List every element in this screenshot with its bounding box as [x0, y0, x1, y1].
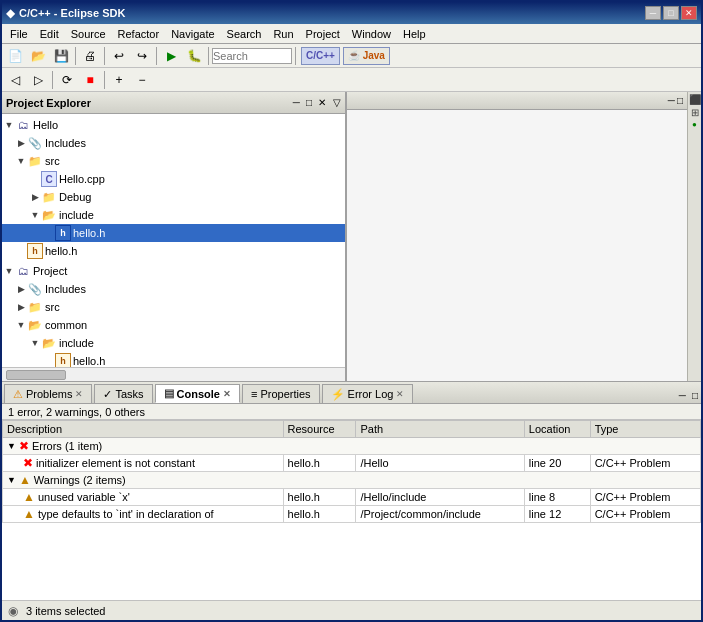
- tree-item-project-includes[interactable]: ▶ 📎 Includes: [2, 280, 345, 298]
- maximize-bottom-button[interactable]: □: [689, 388, 701, 403]
- problems-status-bar: 1 error, 2 warnings, 0 others: [2, 404, 701, 420]
- zoom-out-button[interactable]: −: [131, 70, 153, 90]
- stop-button[interactable]: ■: [79, 70, 101, 90]
- grid-icon[interactable]: ⊞: [691, 107, 699, 118]
- expand-errors-icon[interactable]: ▼: [7, 441, 16, 451]
- menu-file[interactable]: File: [4, 25, 34, 43]
- app-window: ◆ C/C++ - Eclipse SDK ─ □ ✕ File Edit So…: [0, 0, 703, 622]
- minimize-button[interactable]: ─: [645, 6, 661, 20]
- tree-item-hello-h-1[interactable]: h hello.h: [2, 224, 345, 242]
- tree-item-common[interactable]: ▼ 📂 common: [2, 316, 345, 334]
- col-path[interactable]: Path: [356, 421, 524, 438]
- tree-item-hello-h-2[interactable]: h hello.h: [2, 242, 345, 260]
- tree-item-hello-cpp[interactable]: C Hello.cpp: [2, 170, 345, 188]
- tab-console[interactable]: ▤ Console ✕: [155, 384, 240, 403]
- open-button[interactable]: 📂: [27, 46, 49, 66]
- col-location[interactable]: Location: [524, 421, 590, 438]
- close-panel-button[interactable]: ✕: [315, 96, 329, 109]
- col-description[interactable]: Description: [3, 421, 284, 438]
- menu-project[interactable]: Project: [300, 25, 346, 43]
- minimize-panel-button[interactable]: ─: [290, 96, 303, 109]
- search-input[interactable]: [212, 48, 292, 64]
- dot-icon: ●: [692, 120, 697, 129]
- expand-common: ▼: [16, 320, 26, 330]
- perspective-java[interactable]: ☕ Java: [343, 47, 390, 65]
- separator5: [295, 47, 296, 65]
- h-file-icon-1: h: [55, 225, 71, 241]
- close-button[interactable]: ✕: [681, 6, 697, 20]
- col-type[interactable]: Type: [590, 421, 700, 438]
- tree-item-hello[interactable]: ▼ 🗂 Hello: [2, 116, 345, 134]
- problems-status-text: 1 error, 2 warnings, 0 others: [8, 406, 145, 418]
- warnings-group-row[interactable]: ▼ ▲ Warnings (2 items): [3, 472, 701, 489]
- layout-icon[interactable]: ⬛: [689, 94, 701, 105]
- panel-menu-button[interactable]: ▽: [333, 97, 341, 108]
- tree-item-project[interactable]: ▼ 🗂 Project: [2, 262, 345, 280]
- error-row-1[interactable]: ✖ initializer element is not constant he…: [3, 455, 701, 472]
- new-button[interactable]: 📄: [4, 46, 26, 66]
- panel-title: Project Explorer: [6, 97, 290, 109]
- build-button[interactable]: ▶: [160, 46, 182, 66]
- errors-group-row[interactable]: ▼ ✖ Errors (1 item): [3, 438, 701, 455]
- errors-group-label: ▼ ✖ Errors (1 item): [3, 438, 701, 455]
- tree-item-common-hello-h[interactable]: h hello.h: [2, 352, 345, 367]
- tree-item-include[interactable]: ▼ 📂 include: [2, 206, 345, 224]
- expand-project: ▼: [4, 266, 14, 276]
- menu-help[interactable]: Help: [397, 25, 432, 43]
- tree-item-hello-src[interactable]: ▼ 📁 src: [2, 152, 345, 170]
- warning-row-2[interactable]: ▲ type defaults to `int' in declaration …: [3, 506, 701, 523]
- menu-navigate[interactable]: Navigate: [165, 25, 220, 43]
- zoom-in-button[interactable]: +: [108, 70, 130, 90]
- warn-location-1: line 8: [524, 489, 590, 506]
- maximize-editor-button[interactable]: □: [677, 95, 683, 106]
- problems-table[interactable]: Description Resource Path Location Type: [2, 420, 701, 600]
- debug-button[interactable]: 🐛: [183, 46, 205, 66]
- undo-button[interactable]: ↩: [108, 46, 130, 66]
- console-tab-close[interactable]: ✕: [223, 389, 231, 399]
- tree-item-common-include[interactable]: ▼ 📂 include: [2, 334, 345, 352]
- back-button[interactable]: ◁: [4, 70, 26, 90]
- menu-refactor[interactable]: Refactor: [112, 25, 166, 43]
- col-resource[interactable]: Resource: [283, 421, 356, 438]
- warn-icon-1: ▲: [23, 490, 35, 504]
- save-button[interactable]: 💾: [50, 46, 72, 66]
- tree-scrollbar[interactable]: [2, 367, 345, 381]
- errorlog-tab-close[interactable]: ✕: [396, 389, 404, 399]
- maximize-button[interactable]: □: [663, 6, 679, 20]
- tab-problems[interactable]: ⚠ Problems ✕: [4, 384, 92, 403]
- menu-source[interactable]: Source: [65, 25, 112, 43]
- tab-errorlog[interactable]: ⚡ Error Log ✕: [322, 384, 414, 403]
- error-type-1: C/C++ Problem: [590, 455, 700, 472]
- toolbar-secondary: ◁ ▷ ⟳ ■ + −: [2, 68, 701, 92]
- warn-type-1: C/C++ Problem: [590, 489, 700, 506]
- warn-type-2: C/C++ Problem: [590, 506, 700, 523]
- expand-warnings-icon[interactable]: ▼: [7, 475, 16, 485]
- menu-search[interactable]: Search: [221, 25, 268, 43]
- perspective-cpp[interactable]: C/C++: [301, 47, 340, 65]
- editor-area[interactable]: [347, 110, 687, 381]
- error-resource-1: hello.h: [283, 455, 356, 472]
- expand-project-src: ▶: [16, 302, 26, 312]
- minimize-editor-button[interactable]: ─: [668, 95, 675, 106]
- maximize-panel-button[interactable]: □: [303, 96, 315, 109]
- folder-common-icon: 📂: [27, 317, 43, 333]
- forward-button[interactable]: ▷: [27, 70, 49, 90]
- tree-item-debug[interactable]: ▶ 📁 Debug: [2, 188, 345, 206]
- redo-button[interactable]: ↪: [131, 46, 153, 66]
- refresh-button[interactable]: ⟳: [56, 70, 78, 90]
- problems-tab-close[interactable]: ✕: [75, 389, 83, 399]
- tree-item-hello-includes[interactable]: ▶ 📎 Includes: [2, 134, 345, 152]
- tree-item-project-src[interactable]: ▶ 📁 src: [2, 298, 345, 316]
- print-button[interactable]: 🖨: [79, 46, 101, 66]
- menu-window[interactable]: Window: [346, 25, 397, 43]
- menu-run[interactable]: Run: [267, 25, 299, 43]
- menu-edit[interactable]: Edit: [34, 25, 65, 43]
- label-project-includes: Includes: [45, 283, 86, 295]
- label-hello-h-1: hello.h: [73, 227, 105, 239]
- warn-path-1: /Hello/include: [356, 489, 524, 506]
- warning-row-1[interactable]: ▲ unused variable `x' hello.h /Hello/inc…: [3, 489, 701, 506]
- error-location-1: line 20: [524, 455, 590, 472]
- minimize-bottom-button[interactable]: ─: [676, 388, 689, 403]
- tab-properties[interactable]: ≡ Properties: [242, 384, 320, 403]
- tab-tasks[interactable]: ✓ Tasks: [94, 384, 152, 403]
